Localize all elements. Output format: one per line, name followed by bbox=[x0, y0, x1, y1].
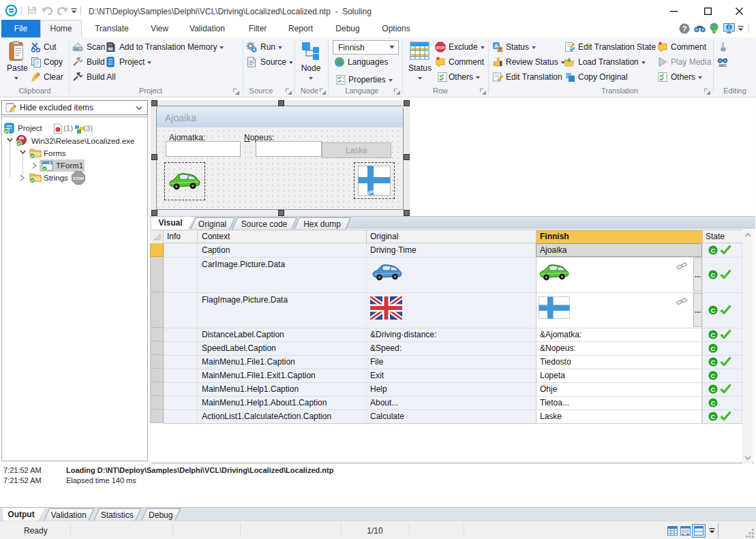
svg-text:文: 文 bbox=[497, 46, 502, 52]
svg-text:C: C bbox=[711, 247, 716, 254]
svg-text:C: C bbox=[711, 358, 716, 366]
svg-text:C: C bbox=[711, 386, 716, 393]
svg-text:C: C bbox=[711, 307, 716, 314]
svg-text:C: C bbox=[711, 399, 716, 407]
svg-text:C: C bbox=[711, 271, 716, 279]
svg-text:?: ? bbox=[682, 25, 687, 33]
svg-text:C: C bbox=[711, 345, 716, 352]
svg-text:C: C bbox=[711, 413, 716, 420]
svg-text:C: C bbox=[711, 372, 716, 380]
svg-text:STOP: STOP bbox=[436, 46, 444, 50]
svg-text:ABC: ABC bbox=[719, 63, 727, 67]
svg-text:STOP: STOP bbox=[73, 176, 84, 181]
svg-text:C: C bbox=[711, 331, 716, 339]
